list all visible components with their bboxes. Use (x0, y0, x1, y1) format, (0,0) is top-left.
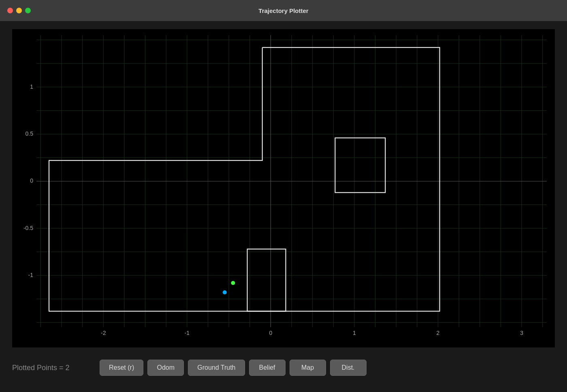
map-button[interactable]: Map (290, 360, 326, 376)
dist-button[interactable]: Dist. (330, 360, 367, 376)
reset-button[interactable]: Reset (r) (100, 360, 143, 376)
minimize-button[interactable] (16, 8, 22, 13)
toolbar-buttons: Reset (r) Odom Ground Truth Belief Map D… (100, 360, 367, 376)
plotted-points-label: Plotted Points = 2 (12, 364, 93, 372)
title-bar: Trajectory Plotter (0, 0, 567, 21)
trajectory-canvas[interactable] (12, 29, 555, 347)
plot-area[interactable] (12, 29, 555, 347)
traffic-lights (7, 8, 31, 13)
ground-truth-button[interactable]: Ground Truth (188, 360, 245, 376)
main-content: Plotted Points = 2 Reset (r) Odom Ground… (0, 21, 567, 392)
odom-button[interactable]: Odom (147, 360, 184, 376)
belief-button[interactable]: Belief (249, 360, 286, 376)
bottom-bar: Plotted Points = 2 Reset (r) Odom Ground… (12, 347, 555, 384)
window-title: Trajectory Plotter (258, 7, 308, 14)
maximize-button[interactable] (25, 8, 31, 13)
close-button[interactable] (7, 8, 13, 13)
